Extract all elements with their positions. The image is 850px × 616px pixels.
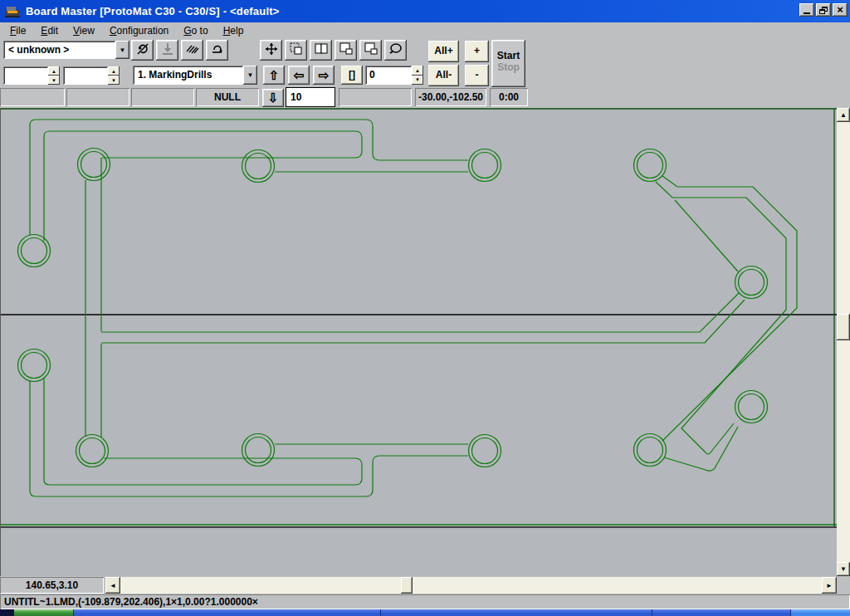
pcb-pad [76,435,109,467]
move-left-button[interactable]: ⇦ [288,66,310,85]
status-cell-1 [0,88,65,106]
y-position-field[interactable] [63,66,108,85]
feed-field[interactable]: 10 [286,87,335,107]
spin-up-icon[interactable]: ▲ [108,66,120,76]
taskbar-window-button[interactable] [652,609,790,616]
rubout-icon [185,42,200,59]
restore-button[interactable] [816,3,831,17]
pcb-pad [634,149,667,182]
tool-head-value: < unknown > [3,41,115,59]
copy-pages-button[interactable] [310,40,332,61]
scroll-up-button[interactable]: ▲ [837,108,850,122]
vertical-scroll-track[interactable] [837,122,850,562]
toolbar: < unknown > ▼ All+ + All- - Start Stop ▲… [0,39,850,106]
horizontal-scroll-thumb[interactable] [401,577,413,594]
production-phase-value: 1. MarkingDrills [133,66,243,85]
scroll-down-button[interactable]: ▼ [837,562,850,576]
minimize-button[interactable] [799,3,814,17]
menu-item-configuration[interactable]: Configuration [102,23,176,38]
bracket-button[interactable]: [] [341,66,363,85]
start-stop-button[interactable]: Start Stop [491,40,525,87]
plus-button[interactable]: + [465,41,489,62]
close-icon: × [837,6,843,14]
menu-item-go-to[interactable]: Go to [176,23,215,38]
pcb-trace-outline [101,300,745,343]
menu-item-help[interactable]: Help [216,23,252,38]
spin-down-icon[interactable]: ▼ [48,76,60,85]
minus-button[interactable]: - [465,65,489,86]
move-up-button[interactable]: ⇧ [263,66,285,85]
stop-label: Stop [491,61,525,73]
status-cell-2 [66,88,129,106]
horizontal-scrollbar-row: 140.65,3.10 ◄ ► [0,577,850,594]
move-down-button[interactable]: ⇩ [262,89,284,107]
y-position-spinner[interactable]: ▲▼ [108,66,120,85]
pcb-trace-outline [44,131,362,241]
pcb-pad [739,394,765,420]
vertical-scroll-thumb[interactable] [837,314,850,340]
copy-frame-icon [289,42,304,59]
pcb-pad [246,154,271,179]
menu-item-file[interactable]: File [2,23,33,38]
menu-item-edit[interactable]: Edit [33,23,66,38]
cursor-coords-panel: 140.65,3.10 [0,577,104,594]
zoom-icon [388,42,403,59]
spindle-toggle-button[interactable] [131,40,154,61]
move-icon [264,42,279,59]
pcb-pad [638,438,663,463]
pcb-pad [469,149,501,182]
close-button[interactable]: × [833,3,848,17]
scroll-right-button[interactable]: ► [822,577,837,594]
pcb-preview-canvas[interactable] [0,108,837,576]
duplicate-b-icon [364,42,379,59]
minimize-icon [804,12,810,14]
taskbar-window-button[interactable] [380,609,652,616]
pcb-pad [18,235,51,267]
app-icon [4,5,21,18]
taskbar-window-button[interactable] [73,609,380,616]
step-spinner[interactable]: ▲▼ [412,66,423,85]
menu-bar: FileEditViewConfigurationGo toHelp [0,22,850,39]
pcb-pad [22,238,47,264]
vertical-scrollbar[interactable]: ▲ ▼ [837,108,850,576]
pcb-pad [78,149,110,181]
menu-item-view[interactable]: View [66,23,102,38]
pcb-trace-outline [101,293,739,332]
pcb-pad [80,438,105,464]
head-down-button[interactable] [156,40,178,61]
duplicate-b-button[interactable] [359,40,382,61]
chevron-down-icon[interactable]: ▼ [115,41,129,59]
taskbar-active-button[interactable] [790,609,850,616]
pcb-pad [638,153,663,178]
production-phase-combobox[interactable]: 1. MarkingDrills ▼ [133,66,257,85]
copy-frame-button[interactable] [285,40,307,61]
spin-down-icon[interactable]: ▼ [108,76,120,85]
horizontal-scroll-track[interactable] [120,577,822,594]
step-field[interactable]: 0 [365,66,412,85]
rubout-button[interactable] [181,40,203,61]
spin-up-icon[interactable]: ▲ [412,66,423,76]
scroll-left-button[interactable]: ◄ [105,577,120,594]
spin-down-icon[interactable]: ▼ [412,76,423,86]
pcb-trace-outline [664,427,738,471]
pcb-traces-drawing [1,108,838,576]
tool-head-combobox[interactable]: < unknown > ▼ [3,41,129,59]
position-status-cell: -30.00,-102.50 [415,88,486,106]
spin-up-icon[interactable]: ▲ [48,66,60,76]
all-plus-button[interactable]: All+ [428,41,459,62]
pcb-pad [735,391,768,423]
x-position-spinner[interactable]: ▲▼ [48,66,60,85]
duplicate-a-button[interactable] [335,40,357,61]
pcb-pad [472,153,498,178]
all-minus-button[interactable]: All- [428,65,459,86]
start-label: Start [491,50,525,61]
duplicate-a-icon [339,42,354,59]
head-down-icon [160,42,175,59]
chevron-down-icon[interactable]: ▼ [243,66,257,85]
zoom-button[interactable] [384,40,407,61]
tool-exchange-button[interactable] [206,40,228,61]
start-button-strip[interactable] [14,609,73,616]
x-position-field[interactable] [3,66,48,85]
move-right-button[interactable]: ⇨ [313,66,335,85]
move-button[interactable] [260,40,282,61]
